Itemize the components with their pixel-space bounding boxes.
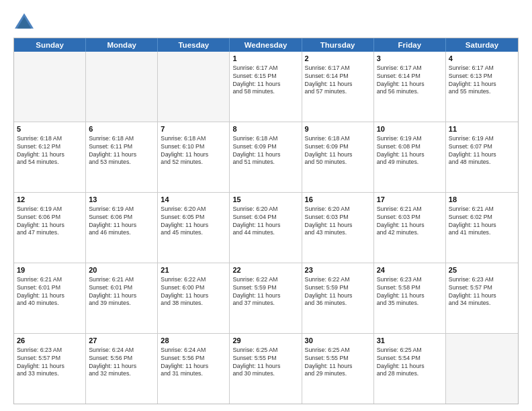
day-info: Sunrise: 6:20 AM Sunset: 6:04 PM Dayligh… xyxy=(232,205,298,238)
day-number: 4 xyxy=(449,54,515,64)
day-number: 27 xyxy=(89,336,154,346)
day-info: Sunrise: 6:17 AM Sunset: 6:14 PM Dayligh… xyxy=(377,64,443,97)
day-info: Sunrise: 6:18 AM Sunset: 6:09 PM Dayligh… xyxy=(305,135,371,167)
day-number: 12 xyxy=(17,195,83,205)
day-cell: 26Sunrise: 6:23 AM Sunset: 5:57 PM Dayli… xyxy=(14,334,86,404)
day-header-monday: Monday xyxy=(86,38,158,52)
day-info: Sunrise: 6:21 AM Sunset: 6:02 PM Dayligh… xyxy=(449,205,515,238)
day-info: Sunrise: 6:18 AM Sunset: 6:09 PM Dayligh… xyxy=(232,135,298,167)
day-info: Sunrise: 6:20 AM Sunset: 6:05 PM Dayligh… xyxy=(161,205,226,238)
day-number: 20 xyxy=(89,265,154,275)
day-cell: 29Sunrise: 6:25 AM Sunset: 5:55 PM Dayli… xyxy=(230,334,302,404)
day-cell: 11Sunrise: 6:19 AM Sunset: 6:07 PM Dayli… xyxy=(446,122,518,192)
day-cell: 18Sunrise: 6:21 AM Sunset: 6:02 PM Dayli… xyxy=(446,193,518,263)
day-cell: 17Sunrise: 6:21 AM Sunset: 6:03 PM Dayli… xyxy=(374,193,446,263)
day-cell: 15Sunrise: 6:20 AM Sunset: 6:04 PM Dayli… xyxy=(230,193,302,263)
day-cell: 16Sunrise: 6:20 AM Sunset: 6:03 PM Dayli… xyxy=(302,193,374,263)
day-header-friday: Friday xyxy=(374,38,446,52)
day-info: Sunrise: 6:25 AM Sunset: 5:55 PM Dayligh… xyxy=(305,347,371,379)
day-cell: 2Sunrise: 6:17 AM Sunset: 6:14 PM Daylig… xyxy=(302,52,374,122)
day-cell: 24Sunrise: 6:23 AM Sunset: 5:58 PM Dayli… xyxy=(374,263,446,333)
day-info: Sunrise: 6:21 AM Sunset: 6:01 PM Dayligh… xyxy=(89,276,154,308)
day-number: 14 xyxy=(161,195,226,205)
calendar-body: 1Sunrise: 6:17 AM Sunset: 6:15 PM Daylig… xyxy=(14,52,518,404)
day-header-saturday: Saturday xyxy=(446,38,518,52)
day-cell: 31Sunrise: 6:25 AM Sunset: 5:54 PM Dayli… xyxy=(374,334,446,404)
day-cell: 6Sunrise: 6:18 AM Sunset: 6:11 PM Daylig… xyxy=(86,122,158,192)
day-info: Sunrise: 6:23 AM Sunset: 5:57 PM Dayligh… xyxy=(449,276,515,308)
day-info: Sunrise: 6:24 AM Sunset: 5:56 PM Dayligh… xyxy=(161,347,226,379)
day-info: Sunrise: 6:25 AM Sunset: 5:55 PM Dayligh… xyxy=(232,347,298,379)
day-cell: 19Sunrise: 6:21 AM Sunset: 6:01 PM Dayli… xyxy=(14,263,86,333)
day-cell: 7Sunrise: 6:18 AM Sunset: 6:10 PM Daylig… xyxy=(158,122,230,192)
day-headers: SundayMondayTuesdayWednesdayThursdayFrid… xyxy=(14,38,518,52)
header xyxy=(13,12,519,31)
day-number: 7 xyxy=(161,124,226,134)
day-cell: 14Sunrise: 6:20 AM Sunset: 6:05 PM Dayli… xyxy=(158,193,230,263)
day-cell xyxy=(14,52,86,122)
day-number: 28 xyxy=(161,336,226,346)
logo-icon xyxy=(13,12,35,31)
day-cell: 4Sunrise: 6:17 AM Sunset: 6:13 PM Daylig… xyxy=(446,52,518,122)
week-row-3: 12Sunrise: 6:19 AM Sunset: 6:06 PM Dayli… xyxy=(14,192,518,263)
day-cell xyxy=(158,52,230,122)
day-info: Sunrise: 6:19 AM Sunset: 6:06 PM Dayligh… xyxy=(17,205,83,238)
day-cell: 30Sunrise: 6:25 AM Sunset: 5:55 PM Dayli… xyxy=(302,334,374,404)
day-info: Sunrise: 6:17 AM Sunset: 6:14 PM Dayligh… xyxy=(305,64,371,97)
day-info: Sunrise: 6:22 AM Sunset: 6:00 PM Dayligh… xyxy=(161,276,226,308)
day-number: 10 xyxy=(377,124,443,134)
day-cell: 8Sunrise: 6:18 AM Sunset: 6:09 PM Daylig… xyxy=(230,122,302,192)
day-number: 30 xyxy=(305,336,371,346)
day-cell: 23Sunrise: 6:22 AM Sunset: 5:59 PM Dayli… xyxy=(302,263,374,333)
day-number: 24 xyxy=(377,265,443,275)
day-number: 17 xyxy=(377,195,443,205)
day-cell: 25Sunrise: 6:23 AM Sunset: 5:57 PM Dayli… xyxy=(446,263,518,333)
day-info: Sunrise: 6:19 AM Sunset: 6:08 PM Dayligh… xyxy=(377,135,443,167)
day-number: 1 xyxy=(232,54,298,64)
day-info: Sunrise: 6:19 AM Sunset: 6:07 PM Dayligh… xyxy=(449,135,515,167)
day-number: 23 xyxy=(305,265,371,275)
day-number: 15 xyxy=(232,195,298,205)
day-cell: 12Sunrise: 6:19 AM Sunset: 6:06 PM Dayli… xyxy=(14,193,86,263)
day-info: Sunrise: 6:20 AM Sunset: 6:03 PM Dayligh… xyxy=(305,205,371,238)
day-info: Sunrise: 6:21 AM Sunset: 6:03 PM Dayligh… xyxy=(377,205,443,238)
day-cell: 3Sunrise: 6:17 AM Sunset: 6:14 PM Daylig… xyxy=(374,52,446,122)
day-number: 16 xyxy=(305,195,371,205)
day-info: Sunrise: 6:19 AM Sunset: 6:06 PM Dayligh… xyxy=(89,205,154,238)
logo xyxy=(13,12,38,31)
day-number: 8 xyxy=(232,124,298,134)
day-number: 9 xyxy=(305,124,371,134)
day-cell: 10Sunrise: 6:19 AM Sunset: 6:08 PM Dayli… xyxy=(374,122,446,192)
day-cell: 27Sunrise: 6:24 AM Sunset: 5:56 PM Dayli… xyxy=(86,334,158,404)
day-number: 2 xyxy=(305,54,371,64)
day-info: Sunrise: 6:21 AM Sunset: 6:01 PM Dayligh… xyxy=(17,276,83,308)
day-info: Sunrise: 6:24 AM Sunset: 5:56 PM Dayligh… xyxy=(89,347,154,379)
day-number: 26 xyxy=(17,336,83,346)
day-info: Sunrise: 6:23 AM Sunset: 5:57 PM Dayligh… xyxy=(17,347,83,379)
day-info: Sunrise: 6:18 AM Sunset: 6:11 PM Dayligh… xyxy=(89,135,154,167)
day-info: Sunrise: 6:23 AM Sunset: 5:58 PM Dayligh… xyxy=(377,276,443,308)
day-number: 29 xyxy=(232,336,298,346)
day-cell: 20Sunrise: 6:21 AM Sunset: 6:01 PM Dayli… xyxy=(86,263,158,333)
day-header-tuesday: Tuesday xyxy=(158,38,230,52)
day-cell: 13Sunrise: 6:19 AM Sunset: 6:06 PM Dayli… xyxy=(86,193,158,263)
week-row-2: 5Sunrise: 6:18 AM Sunset: 6:12 PM Daylig… xyxy=(14,122,518,192)
day-cell: 28Sunrise: 6:24 AM Sunset: 5:56 PM Dayli… xyxy=(158,334,230,404)
day-header-sunday: Sunday xyxy=(14,38,86,52)
day-cell: 5Sunrise: 6:18 AM Sunset: 6:12 PM Daylig… xyxy=(14,122,86,192)
day-number: 25 xyxy=(449,265,515,275)
day-header-wednesday: Wednesday xyxy=(230,38,302,52)
day-cell: 9Sunrise: 6:18 AM Sunset: 6:09 PM Daylig… xyxy=(302,122,374,192)
day-info: Sunrise: 6:22 AM Sunset: 5:59 PM Dayligh… xyxy=(232,276,298,308)
day-number: 13 xyxy=(89,195,154,205)
day-number: 21 xyxy=(161,265,226,275)
day-number: 19 xyxy=(17,265,83,275)
week-row-5: 26Sunrise: 6:23 AM Sunset: 5:57 PM Dayli… xyxy=(14,333,518,404)
day-cell xyxy=(86,52,158,122)
day-info: Sunrise: 6:17 AM Sunset: 6:15 PM Dayligh… xyxy=(232,64,298,97)
day-header-thursday: Thursday xyxy=(302,38,374,52)
day-cell: 1Sunrise: 6:17 AM Sunset: 6:15 PM Daylig… xyxy=(230,52,302,122)
day-number: 31 xyxy=(377,336,443,346)
day-number: 3 xyxy=(377,54,443,64)
day-info: Sunrise: 6:25 AM Sunset: 5:54 PM Dayligh… xyxy=(377,347,443,379)
